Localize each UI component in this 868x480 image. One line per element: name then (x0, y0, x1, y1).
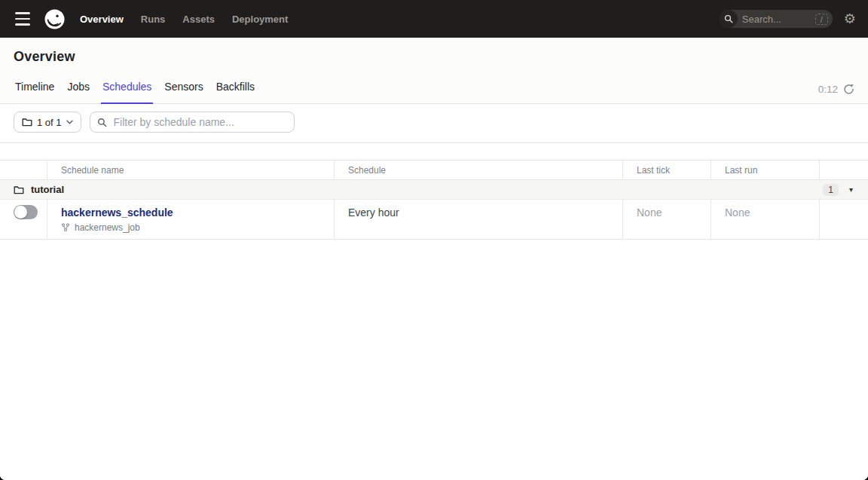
nav-item-runs[interactable]: Runs (141, 14, 166, 25)
group-count-badge: 1 (823, 184, 839, 196)
schedule-enabled-toggle[interactable] (14, 205, 38, 219)
toggle-cell (0, 200, 47, 239)
gear-icon[interactable]: ⚙ (844, 12, 856, 26)
search-icon (97, 118, 107, 127)
top-nav: Overview Runs Assets Deployment Search..… (0, 0, 868, 38)
nav-item-assets[interactable]: Assets (182, 14, 215, 25)
job-line: hackernews_job (61, 222, 325, 233)
group-selector-label: 1 of 1 (37, 117, 62, 128)
table-header-row: Schedule name Schedule Last tick Last ru… (0, 160, 868, 180)
nav-item-deployment[interactable]: Deployment (232, 14, 288, 25)
nav-item-overview[interactable]: Overview (80, 14, 124, 25)
refresh-countdown: 0:12 (818, 84, 838, 95)
search-icon (720, 10, 738, 28)
schedules-table: Schedule name Schedule Last tick Last ru… (0, 160, 868, 240)
refresh-area: 0:12 (818, 84, 854, 103)
group-name: tutorial (31, 184, 64, 195)
tab-jobs[interactable]: Jobs (66, 81, 91, 104)
tabs: Timeline Jobs Schedules Sensors Backfill… (14, 81, 256, 103)
column-last-tick: Last tick (622, 161, 711, 179)
tab-sensors[interactable]: Sensors (163, 81, 204, 104)
group-row-tutorial[interactable]: tutorial 1 ▾ (0, 180, 868, 200)
group-selector-button[interactable]: 1 of 1 (14, 112, 81, 133)
dagster-logo[interactable] (44, 9, 65, 29)
column-schedule: Schedule (334, 161, 622, 179)
schedule-filter-field (90, 112, 295, 133)
last-tick-cell: None (622, 200, 711, 239)
caret-down-icon[interactable]: ▾ (849, 185, 853, 194)
refresh-icon[interactable] (843, 84, 854, 95)
page-header: Overview Timeline Jobs Schedules Sensors… (0, 38, 868, 104)
global-search-input[interactable]: Search... / (720, 10, 833, 28)
search-shortcut-key: / (815, 14, 828, 25)
page-title: Overview (14, 49, 868, 65)
tab-backfills[interactable]: Backfills (215, 81, 256, 104)
schedule-name-cell: hackernews_schedule hackernews_job (47, 200, 334, 239)
column-actions (819, 161, 868, 179)
folder-icon (14, 185, 24, 194)
job-graph-icon (61, 223, 70, 232)
tab-timeline[interactable]: Timeline (14, 81, 56, 104)
column-schedule-name: Schedule name (47, 161, 334, 179)
column-toggle (0, 161, 47, 179)
last-run-cell: None (711, 200, 819, 239)
search-placeholder: Search... (742, 14, 781, 25)
schedule-filter-input[interactable] (112, 115, 287, 129)
tab-schedules[interactable]: Schedules (101, 81, 153, 104)
app-window: Overview Runs Assets Deployment Search..… (0, 0, 868, 480)
hamburger-menu-icon[interactable] (14, 10, 32, 28)
schedule-name-link[interactable]: hackernews_schedule (61, 206, 173, 219)
folder-icon (22, 118, 32, 127)
filter-bar: 1 of 1 (0, 104, 868, 143)
nav-right: Search... / ⚙ (720, 10, 858, 28)
content-filler (0, 240, 868, 480)
column-last-run: Last run (711, 161, 819, 179)
row-actions-cell (819, 200, 868, 239)
chevron-down-icon (66, 120, 73, 124)
nav-links: Overview Runs Assets Deployment (80, 14, 305, 25)
tabs-bar: Timeline Jobs Schedules Sensors Backfill… (0, 81, 868, 104)
schedule-cadence-cell: Every hour (334, 200, 622, 239)
job-name-link[interactable]: hackernews_job (75, 222, 140, 233)
schedule-row: hackernews_schedule hackernews_job Every… (0, 200, 868, 240)
